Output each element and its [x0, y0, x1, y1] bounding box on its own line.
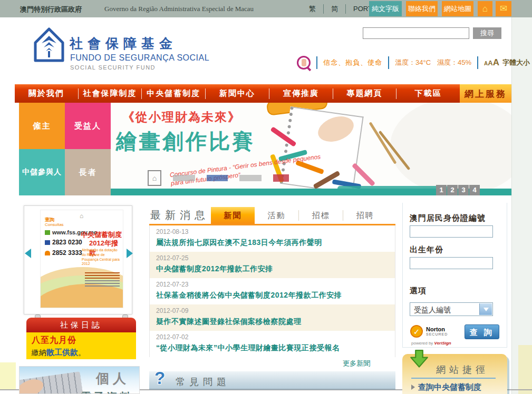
calendar-header: 社保日誌 — [26, 318, 136, 332]
poster-phone-1: 2823 0230 — [52, 239, 82, 246]
logo-title-pt: FUNDO DE SEGURANÇA SOCIAL — [70, 53, 209, 63]
site-shortcuts-panel: 網站捷徑 查詢中央儲蓄制度 — [402, 354, 507, 394]
option-selected-value: 受益人編號 — [414, 306, 451, 315]
fss-logo-icon[interactable] — [34, 27, 64, 64]
personal-services-banner[interactable]: 個人 電子資料 — [19, 366, 140, 394]
hero-banner[interactable]: 《從小理財為未來》 繪畫創作比賽 Concurso de Pintura - “… — [111, 103, 511, 195]
lang-simplified[interactable]: 简 — [324, 4, 345, 14]
shortcuts-title: 網站捷徑 — [436, 363, 489, 376]
right-gutter — [511, 17, 532, 394]
id-number-label: 澳門居民身份證編號 — [410, 213, 486, 223]
search-button[interactable]: 搜尋 — [473, 27, 501, 39]
fss-homepage: 澳門特別行政區政府 Governo da Região Administrati… — [0, 0, 532, 394]
option-select[interactable]: 受益人編號 — [410, 302, 493, 316]
quick-search-submit-button[interactable]: 查 詢 — [465, 324, 499, 339]
poster-fine-print — [85, 272, 120, 288]
banner-child-photo — [390, 103, 511, 195]
quick-search-panel: 澳門居民身份證編號 出生年份 選項 受益人編號 ✓ Norton SECURED… — [402, 203, 507, 348]
news-row[interactable]: 2012-07-09 疑作不實陳述圖登錄社保個案移檢察院處理 — [150, 304, 395, 331]
nav-promotions[interactable]: 宣傳推廣 — [269, 88, 333, 98]
left-gutter-cream — [0, 362, 16, 390]
tile-employer[interactable]: 僱主 — [19, 103, 65, 149]
faq-section-header[interactable]: ? 常見問題 — [149, 371, 395, 390]
news-date: 2012-07-23 — [156, 281, 389, 288]
green-down-arrow-icon — [410, 349, 429, 372]
font-size-control[interactable]: AAA — [484, 57, 499, 68]
banner-page-3[interactable]: 3 — [458, 185, 469, 195]
news-date: 2012-07-09 — [156, 307, 389, 314]
news-row[interactable]: 2012-07-02 “從小理財為未來”中小學生理財繪畫比賽現正接受報名 — [150, 331, 395, 357]
logo-title-en: SOCIAL SECURITY FUND — [70, 64, 156, 71]
news-row[interactable]: 2012-07-23 社保基金稍後將公佈中央儲蓄制度2012年撥款工作安排 — [150, 278, 395, 304]
monitor-icon — [45, 230, 50, 235]
more-news-link[interactable]: 更多新聞 — [343, 359, 370, 368]
calendar-period: 八至九月份 — [32, 335, 131, 346]
dropdown-arrow-icon[interactable] — [479, 303, 492, 315]
sponsor-logos: ⌂ — [148, 170, 289, 186]
slideshow-next-arrow[interactable] — [127, 249, 133, 258]
lang-traditional[interactable]: 繁 — [302, 4, 323, 14]
norton-check-icon: ✓ — [410, 325, 423, 338]
right-gutter-cream — [518, 345, 532, 394]
banner-pagination: 1 2 3 4 — [436, 185, 480, 195]
shortcut-link-cps-enquiry[interactable]: 查詢中央儲蓄制度 — [411, 382, 481, 392]
news-list: 2012-08-13 屬法規所指七原因在澳不足183日今年須再作聲明 2012-… — [149, 225, 395, 357]
sponsor-logo-2 — [207, 175, 228, 181]
mission-slogan: 信念、抱負、使命 — [323, 58, 382, 67]
search-input[interactable] — [363, 27, 469, 39]
logo-title-zh: 社會保障基金 — [70, 35, 177, 52]
banner-title-line1: 《從小理財為未來》 — [122, 109, 241, 125]
home-icon[interactable]: ⌂ — [478, 1, 492, 16]
news-date: 2012-08-13 — [156, 228, 389, 235]
temperature-reading: 溫度：34°C — [395, 58, 431, 67]
tile-beneficiary[interactable]: 受益人 — [65, 103, 111, 149]
tab-activities[interactable]: 活動 — [255, 207, 298, 224]
nav-news-center[interactable]: 新聞中心 — [206, 88, 269, 98]
poster-fss-logo: ⌂ — [80, 212, 83, 220]
tab-recruitment[interactable]: 招聘 — [343, 207, 387, 224]
tab-news[interactable]: 新聞 — [211, 207, 255, 224]
mail-icon[interactable]: ✉ — [496, 1, 511, 16]
news-tabs: 新聞 活動 招標 招聘 — [211, 207, 387, 224]
sponsor-logo-1 — [173, 175, 195, 181]
news-row[interactable]: 2012-07-25 中央儲蓄制度2012年撥款工作安排 — [150, 252, 395, 278]
news-link[interactable]: 中央儲蓄制度2012年撥款工作安排 — [156, 264, 389, 274]
sponsor-logo-4 — [273, 174, 289, 182]
id-number-input[interactable] — [410, 225, 493, 238]
news-link[interactable]: 疑作不實陳述圖登錄社保個案移檢察院處理 — [156, 317, 389, 327]
news-date: 2012-07-25 — [156, 254, 389, 262]
humidity-reading: 濕度：45% — [437, 58, 471, 67]
contact-us-button[interactable]: 聯絡我們 — [406, 1, 438, 16]
banner-page-2[interactable]: 2 — [447, 185, 458, 195]
news-link[interactable]: 社保基金稍後將公佈中央儲蓄制度2012年撥款工作安排 — [156, 291, 389, 300]
faq-title: 常見問題 — [176, 376, 230, 388]
tile-cps-participant[interactable]: 中儲參與人 — [19, 149, 65, 195]
nav-central-savings-system[interactable]: 中央儲蓄制度 — [142, 88, 205, 98]
fss-mini-logo: ⌂ — [148, 170, 161, 186]
banner-page-4[interactable]: 4 — [469, 185, 480, 195]
banner-page-1[interactable]: 1 — [436, 185, 447, 195]
sitemap-button[interactable]: 網站地圖 — [442, 1, 473, 16]
nav-downloads[interactable]: 下載區 — [396, 88, 460, 98]
nav-special-topics[interactable]: 專題網頁 — [333, 88, 396, 98]
news-link[interactable]: “從小理財為未來”中小學生理財繪畫比賽現正接受報名 — [156, 343, 389, 353]
tile-elderly[interactable]: 長者 — [65, 149, 111, 195]
poster-phone-2: 2852 3333 — [52, 249, 82, 257]
option-label: 選項 — [410, 286, 427, 296]
calendar-body[interactable]: 八至九月份 繳納散工供款。 — [26, 332, 136, 359]
government-topbar: 澳門特別行政區政府 Governo da Região Administrati… — [0, 0, 532, 17]
slideshow-prev-arrow[interactable] — [25, 249, 31, 258]
news-link[interactable]: 屬法規所指七原因在澳不足183日今年須再作聲明 — [156, 238, 389, 248]
font-size-label: 字體大小 — [502, 58, 530, 67]
quality-pledge-icon[interactable] — [297, 56, 311, 70]
text-version-button[interactable]: 純文字版 — [369, 1, 402, 16]
sponsor-logo-3 — [239, 175, 262, 181]
birth-year-input[interactable] — [410, 257, 493, 269]
tab-tenders[interactable]: 招標 — [299, 207, 343, 224]
nav-about-us[interactable]: 關於我們 — [15, 88, 78, 98]
slideshow-poster[interactable]: 查詢 Consultas ⌂ www.fss.gov.mo 2823 0230 … — [40, 210, 123, 308]
nav-online-services[interactable]: 網上服務 — [460, 84, 511, 104]
news-row[interactable]: 2012-08-13 屬法規所指七原因在澳不足183日今年須再作聲明 — [150, 225, 395, 252]
nav-social-security-system[interactable]: 社會保障制度 — [79, 88, 142, 98]
banner-title-line2: 繪畫創作比賽 — [116, 127, 255, 156]
